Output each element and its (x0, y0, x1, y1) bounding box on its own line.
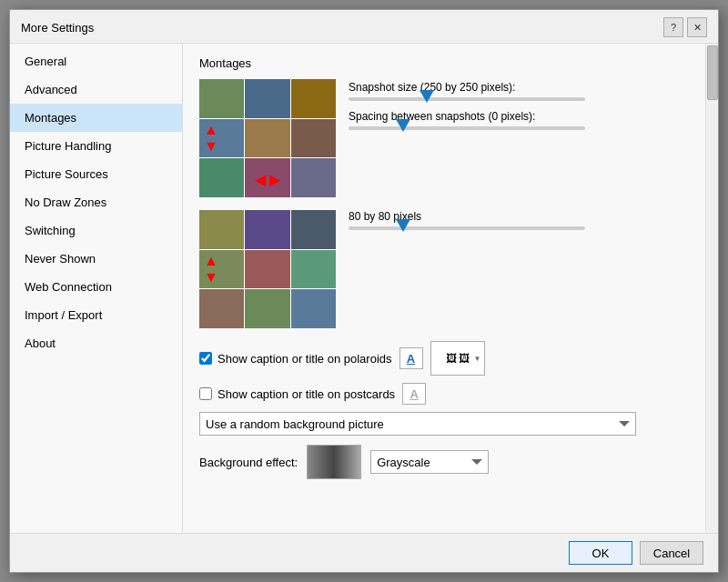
sidebar-item-never-shown[interactable]: Never Shown (10, 245, 182, 273)
slider1-track[interactable] (349, 97, 585, 101)
slider-section-top: Snapshot size (250 by 250 pixels): Spaci… (349, 79, 702, 197)
thumb-cell (245, 250, 289, 289)
thumb-cell (199, 79, 244, 118)
montage-thumb-top: ▲ ▼ ◀ ▶ (199, 79, 336, 197)
sidebar-item-general[interactable]: General (10, 47, 182, 75)
slider3-thumb (396, 219, 410, 232)
ok-button[interactable]: OK (569, 541, 632, 565)
thumb-cell (199, 158, 244, 197)
sidebar-item-picture-handling[interactable]: Picture Handling (10, 132, 182, 160)
scrollbar-track[interactable] (705, 44, 718, 533)
thumb-cell (291, 289, 336, 328)
dialog-title: More Settings (21, 21, 94, 35)
cancel-button[interactable]: Cancel (640, 541, 703, 565)
resize-arrow-vertical2: ▲ ▼ (204, 253, 218, 286)
dropdown-row: Use a random background picture Use a sp… (199, 412, 702, 436)
dialog-body: General Advanced Montages Picture Handli… (10, 44, 718, 533)
thumb-cell (291, 79, 336, 118)
slider2-thumb (396, 119, 410, 132)
bg-effect-row: Background effect: Grayscale None Sepia … (199, 445, 702, 479)
resize-arrow-horizontal: ◀ ▶ (255, 171, 280, 188)
main-content: Montages ▲ (183, 44, 718, 533)
thumb-cell (245, 119, 289, 158)
checkbox1[interactable] (199, 352, 212, 365)
sidebar-item-about[interactable]: About (10, 329, 182, 357)
checkbox2-text: Show caption or title on postcards (217, 387, 395, 401)
checkbox2-label[interactable]: Show caption or title on postcards (199, 387, 395, 401)
bg-effect-label: Background effect: (199, 456, 298, 469)
background-dropdown[interactable]: Use a random background picture Use a sp… (199, 412, 636, 436)
photo-icon2: 🖼 (459, 352, 470, 365)
resize-arrow-vertical: ▲ ▼ (204, 122, 218, 155)
options-row1: Show caption or title on polaroids A 🖼 🖼 (199, 341, 702, 376)
checkbox1-text: Show caption or title on polaroids (217, 352, 392, 366)
slider1-label: Snapshot size (250 by 250 pixels): (349, 81, 702, 94)
sidebar-item-picture-sources[interactable]: Picture Sources (10, 160, 182, 188)
options-row2: Show caption or title on postcards A (199, 383, 702, 405)
slider-section-bottom: 80 by 80 pixels (349, 210, 702, 328)
dialog-footer: OK Cancel (10, 533, 718, 572)
checkbox2[interactable] (199, 387, 212, 400)
font-button2[interactable]: A (402, 383, 426, 405)
dialog: More Settings ? ✕ General Advanced Monta… (9, 9, 719, 573)
thumb-cell (245, 289, 289, 328)
montage-thumb-bottom: ▲ ▼ (199, 210, 336, 328)
thumb-cell (291, 119, 336, 158)
section-title: Montages (199, 56, 702, 70)
thumb-cell (245, 79, 289, 118)
sidebar-item-montages[interactable]: Montages (10, 104, 182, 132)
help-button[interactable]: ? (663, 17, 683, 37)
effect-dropdown[interactable]: Grayscale None Sepia Blur (370, 450, 489, 474)
sidebar-item-advanced[interactable]: Advanced (10, 75, 182, 104)
sidebar-item-web-connection[interactable]: Web Connection (10, 273, 182, 301)
bg-thumb-inner (308, 446, 360, 478)
close-button[interactable]: ✕ (687, 17, 707, 37)
sidebar-item-switching[interactable]: Switching (10, 216, 182, 245)
sidebar-item-no-draw-zones[interactable]: No Draw Zones (10, 188, 182, 216)
photo-icon: 🖼 (446, 352, 457, 365)
sidebar-item-import-export[interactable]: Import / Export (10, 301, 182, 329)
thumb-cell (199, 210, 244, 249)
sidebar: General Advanced Montages Picture Handli… (10, 44, 183, 533)
thumb-cell (291, 210, 336, 249)
montage-bottom-area: ▲ ▼ 80 by 80 pixels (199, 210, 702, 328)
slider2-track[interactable] (349, 126, 585, 130)
thumb-cell (199, 289, 244, 328)
font-button1[interactable]: A (399, 347, 423, 369)
slider1-thumb (420, 90, 434, 103)
bg-thumbnail (307, 445, 361, 479)
slider1-container (349, 97, 702, 101)
scrollbar-thumb[interactable] (707, 45, 718, 100)
thumb-cell (291, 158, 336, 197)
photo-icon-button[interactable]: 🖼 🖼 (430, 341, 485, 376)
thumb-cell (291, 250, 336, 289)
checkbox1-label[interactable]: Show caption or title on polaroids (199, 352, 392, 366)
montage-top-area: ▲ ▼ ◀ ▶ Snapshot size (250 by 250 pixels… (199, 79, 702, 197)
slider3-container (349, 226, 702, 230)
thumb-cell (245, 210, 289, 249)
title-bar: More Settings ? ✕ (10, 10, 718, 44)
title-bar-buttons: ? ✕ (663, 17, 707, 37)
slider3-track[interactable] (349, 226, 585, 230)
slider2-container (349, 126, 702, 130)
